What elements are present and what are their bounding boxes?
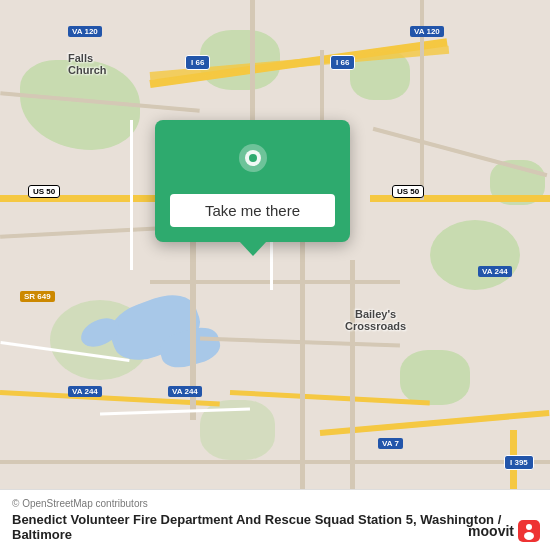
i66-shield-right: I 66: [330, 55, 355, 70]
svg-point-2: [249, 154, 257, 162]
i395-shield: I 395: [504, 455, 534, 470]
falls-church-label: FallsChurch: [68, 52, 107, 76]
va7-shield: VA 7: [378, 432, 403, 450]
moovit-logo: moovit: [468, 520, 540, 542]
baileys-crossroads-label: Bailey'sCrossroads: [345, 308, 406, 332]
va244-shield-right: VA 244: [478, 260, 512, 278]
pin-card: Take me there: [155, 120, 350, 242]
va120-shield-top-left: VA 120: [68, 20, 102, 38]
bottom-bar: © OpenStreetMap contributors Benedict Vo…: [0, 489, 550, 550]
svg-point-4: [526, 524, 532, 530]
location-pin-icon: [231, 140, 275, 184]
sr649-shield: SR 649: [20, 285, 55, 303]
va244-shield-left2: VA 244: [168, 380, 202, 398]
moovit-icon: [518, 520, 540, 542]
us50-shield-left: US 50: [28, 180, 60, 198]
osm-credit: © OpenStreetMap contributors: [12, 498, 538, 509]
va120-shield-top-right: VA 120: [410, 20, 444, 38]
take-me-there-button[interactable]: Take me there: [170, 194, 335, 227]
location-title: Benedict Volunteer Fire Department And R…: [12, 512, 538, 542]
i66-shield-left: I 66: [185, 55, 210, 70]
moovit-text: moovit: [468, 523, 514, 539]
map-container: I 66 I 66 VA 120 VA 120 US 50 US 50 SR 6…: [0, 0, 550, 550]
us50-shield-right: US 50: [392, 180, 424, 198]
va244-shield-left1: VA 244: [68, 380, 102, 398]
svg-point-5: [524, 532, 534, 540]
